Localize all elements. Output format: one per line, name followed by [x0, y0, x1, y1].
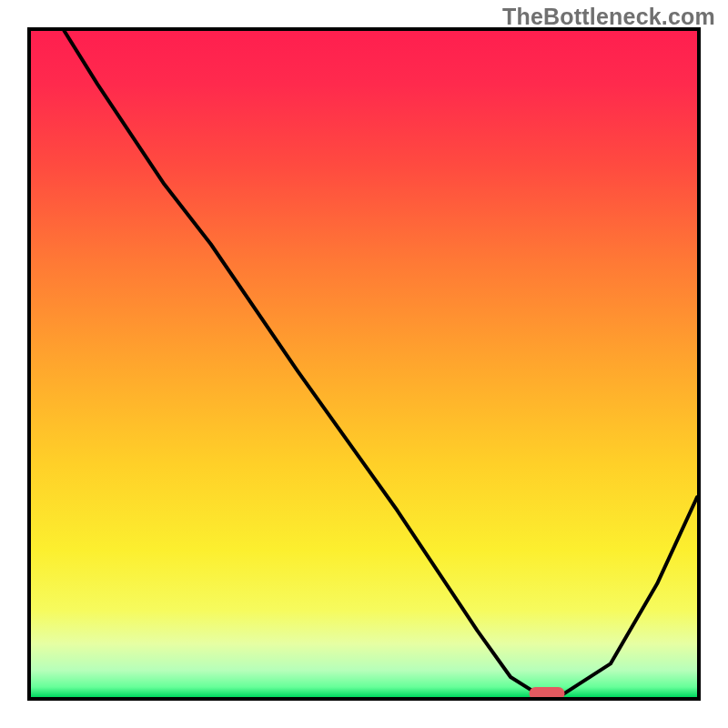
bottleneck-curve [31, 31, 697, 697]
plot-area [27, 27, 701, 701]
watermark-text: TheBottleneck.com [502, 4, 715, 30]
bottleneck-figure: TheBottleneck.com [0, 0, 728, 728]
optimum-marker [530, 687, 565, 700]
